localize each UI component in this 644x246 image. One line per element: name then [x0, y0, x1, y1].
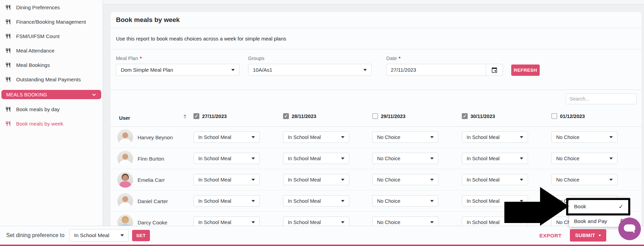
groups-select[interactable]: 10A/As1 [248, 64, 372, 76]
sidebar-item-label: Book meals by week [16, 121, 63, 127]
dropdown-arrow-icon [251, 179, 255, 181]
meal-choice-select[interactable]: In School Meal [283, 131, 349, 143]
column-checkbox[interactable] [462, 113, 468, 119]
meal-choice-select[interactable]: In School Meal [462, 195, 528, 207]
set-button[interactable]: SET [132, 230, 150, 241]
utensils-icon [5, 106, 11, 112]
dropdown-arrow-icon [430, 136, 434, 138]
dropdown-arrow-icon [341, 157, 344, 160]
dropdown-arrow-icon [251, 200, 255, 202]
date-input[interactable] [387, 64, 486, 75]
user-name: Daniel Carter [138, 190, 168, 212]
sidebar-item-label: Meal Attendance [16, 48, 55, 54]
meal-choice-select[interactable]: In School Meal [194, 216, 260, 226]
dropdown-arrow-icon [520, 136, 523, 138]
meal-choice-select[interactable]: No Choice [372, 131, 438, 143]
column-checkbox[interactable] [551, 113, 557, 119]
required-asterisk: * [140, 56, 142, 61]
sidebar-item-label: Dining Preferences [16, 4, 60, 10]
date-column-header: 29/11/2023 [372, 113, 406, 119]
meal-choice-select[interactable]: No Choice [551, 174, 618, 185]
dropdown-arrow-icon [120, 234, 124, 236]
refresh-button[interactable]: REFRESH [511, 65, 540, 76]
menu-item-book[interactable]: Book ✓ [569, 198, 628, 215]
column-checkbox[interactable] [283, 113, 289, 119]
avatar [117, 151, 133, 166]
chat-button[interactable] [618, 218, 641, 240]
column-checkbox[interactable] [194, 113, 199, 119]
meal-choice-select[interactable]: In School Meal [283, 195, 349, 207]
dropdown-arrow-icon [520, 221, 523, 223]
sidebar-item-outstanding-meal-payments[interactable]: Outstanding Meal Payments [0, 72, 103, 86]
dropdown-arrow-icon [430, 200, 434, 202]
meal-choice-select[interactable]: In School Meal [462, 153, 528, 164]
meal-choice-select[interactable]: In School Meal [462, 216, 528, 226]
table-row: Daniel Carter In School Meal In School M… [110, 190, 642, 212]
table-row: Finn Burton In School Meal In School Mea… [110, 148, 642, 169]
date-label: Date* [386, 56, 503, 61]
meal-choice-select[interactable]: In School Meal [462, 131, 528, 143]
calendar-button[interactable] [486, 64, 503, 75]
groups-field: Groups 10A/As1 [248, 56, 372, 76]
table-row: Harvey Beynon In School Meal In School M… [110, 127, 642, 148]
dropdown-arrow-icon [520, 179, 523, 181]
sidebar-item-meal-attendance[interactable]: Meal Attendance [0, 43, 103, 58]
search-input[interactable] [566, 93, 637, 104]
avatar [117, 172, 133, 188]
sidebar-item-fsm-uifsm-count[interactable]: FSM/UIFSM Count [0, 29, 103, 43]
meal-choice-select[interactable]: No Choice [372, 174, 438, 185]
page-title-section: Book meals by week [110, 12, 642, 28]
sidebar-item-book-meals-by-day[interactable]: Book meals by day [0, 102, 103, 116]
meal-choice-select[interactable]: In School Meal [283, 174, 349, 185]
required-asterisk: * [399, 56, 401, 61]
user-name: Emelia Carr [138, 169, 165, 190]
user-name: Finn Burton [138, 148, 164, 169]
meal-choice-select[interactable]: In School Meal [462, 174, 528, 185]
meal-choice-select[interactable]: No Choice [372, 195, 438, 207]
meal-choice-select[interactable]: No Choice [372, 153, 438, 164]
sidebar-item-label: FSM/UIFSM Count [16, 33, 60, 39]
sidebar-item-meal-bookings[interactable]: Meal Bookings [0, 58, 103, 72]
meal-choice-select[interactable]: In School Meal [194, 131, 260, 143]
page-title: Book meals by week [116, 16, 180, 24]
utensils-icon [5, 121, 11, 127]
search-row [110, 90, 642, 108]
dining-preference-select[interactable]: In School Meal [69, 229, 129, 242]
sidebar-item-dining-preferences[interactable]: Dining Preferences [0, 0, 103, 14]
dropdown-arrow-icon [231, 69, 235, 71]
utensils-icon [5, 4, 11, 10]
date-field: Date* [386, 56, 503, 76]
dropdown-arrow-icon [341, 221, 344, 223]
sidebar-section-label: MEALS BOOKING [6, 92, 47, 97]
sidebar-item-book-meals-by-week[interactable]: Book meals by week [0, 116, 103, 131]
submit-button[interactable]: SUBMIT [570, 229, 606, 242]
dropdown-arrow-icon [609, 157, 613, 160]
meal-choice-select[interactable]: No Choice [551, 153, 618, 164]
sidebar-item-label: Outstanding Meal Payments [16, 77, 81, 82]
column-checkbox[interactable] [372, 113, 378, 119]
meal-choice-select[interactable]: In School Meal [194, 195, 260, 207]
meal-choice-select[interactable]: No Choice [372, 216, 438, 226]
meal-choice-select[interactable]: In School Meal [194, 174, 260, 185]
sidebar-item-label: Book meals by day [16, 106, 60, 112]
groups-value: 10A/As1 [253, 67, 272, 73]
meal-plan-select[interactable]: Dom Simple Meal Plan [116, 64, 239, 76]
user-column-header: User [119, 115, 130, 121]
user-name: Harvey Beynon [138, 127, 173, 148]
footer-bar: Set dining preference to In School Meal … [0, 226, 644, 245]
filters-section: Meal Plan* Dom Simple Meal Plan Groups 1… [110, 49, 642, 90]
export-button[interactable]: EXPORT [539, 233, 562, 238]
dropdown-arrow-icon [251, 221, 255, 223]
sidebar-section-meals-booking[interactable]: MEALS BOOKING [1, 90, 101, 99]
main-card: Book meals by week Use this report to bo… [110, 11, 642, 226]
table-header: User 27/11/2023 28/11/2023 29/11/2023 30… [110, 108, 642, 127]
sidebar-subsection: Book meals by day Book meals by week [0, 102, 103, 131]
sidebar-item-finance-booking-management[interactable]: Finance/Booking Management [0, 14, 103, 29]
meal-choice-select[interactable]: No Choice [551, 131, 618, 143]
meal-choice-select[interactable]: In School Meal [194, 153, 260, 164]
meal-choice-select[interactable]: In School Meal [283, 153, 349, 164]
meal-choice-select[interactable]: In School Meal [283, 216, 349, 226]
set-preference-label: Set dining preference to [6, 232, 65, 238]
sort-icon[interactable] [184, 114, 186, 119]
meal-plan-label: Meal Plan* [116, 56, 239, 61]
